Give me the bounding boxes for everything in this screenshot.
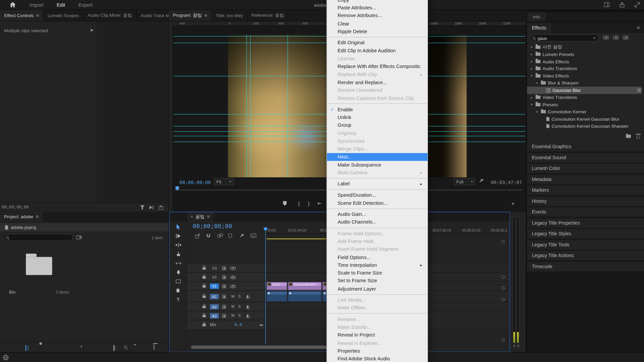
solo-left-button[interactable]: S — [514, 344, 516, 348]
tab-effect-controls[interactable]: Effect Controls≡ — [0, 10, 44, 21]
menu-item-replace-with-after-effects-composition[interactable]: Replace With After Effects Composition — [327, 63, 428, 71]
menu-item-edit-clip-in-adobe-audition[interactable]: Edit Clip In Adobe Audition — [327, 47, 428, 55]
tab-info[interactable]: Info — [527, 12, 546, 21]
tab-effects[interactable]: Effects — [527, 23, 551, 33]
menu-item-set-to-frame-size[interactable]: Set to Frame Size — [327, 277, 428, 285]
show-keyframes-toggle-icon[interactable]: ▶ — [91, 28, 94, 32]
tree-chevron-icon[interactable]: ▸ — [530, 45, 534, 49]
chevron-down-icon[interactable]: ▾ — [80, 345, 82, 349]
tab-project-adobe[interactable]: Project: adobe ≡ — [0, 212, 43, 222]
menu-item-audio-channels[interactable]: Audio Channels... — [327, 218, 428, 226]
clear-search-icon[interactable]: × — [593, 35, 596, 40]
yuv-effects-filter-icon[interactable] — [623, 36, 629, 40]
video-clip-gh01[interactable]: GH01 — [267, 282, 287, 290]
panel-tab-legacy-title-actions[interactable]: Legacy Title Actions — [527, 251, 644, 260]
tab-reference-꿀팁[interactable]: Reference: 꿀팁 — [248, 10, 288, 21]
menu-item-edit-original[interactable]: Edit Original — [327, 39, 428, 47]
tree-chevron-icon[interactable]: ▾ — [535, 81, 539, 85]
menu-item-enable[interactable]: ✓Enable — [327, 106, 428, 114]
panel-menu-icon[interactable]: ≡ — [637, 24, 640, 31]
new-custom-bin-icon[interactable] — [626, 135, 631, 138]
tree-chevron-icon[interactable]: ▸ — [530, 96, 534, 99]
tab-title-no-title[interactable]: Title: (no title) — [212, 10, 248, 21]
playback-resolution-select[interactable]: Full▾ — [454, 178, 475, 185]
panel-tab-metadata[interactable]: Metadata — [527, 175, 644, 184]
panel-tab-legacy-title-tools[interactable]: Legacy Title Tools — [527, 240, 644, 249]
panel-tab-history[interactable]: History — [527, 196, 644, 206]
panel-tab-essential-sound[interactable]: Essential Sound — [527, 153, 644, 162]
quick-export-icon[interactable] — [620, 2, 625, 7]
globe-icon[interactable] — [3, 355, 9, 360]
effects-tree-item-gaussian-blur[interactable]: Gaussian Blur — [527, 86, 642, 94]
effects-search-input[interactable] — [530, 35, 599, 42]
scrollbar-handle[interactable] — [501, 298, 505, 301]
menu-item-adjustment-layer[interactable]: Adjustment Layer — [327, 285, 428, 293]
project-search-input[interactable] — [3, 234, 73, 241]
tree-chevron-icon[interactable]: ▾ — [530, 103, 534, 106]
menu-item-time-interpolation[interactable]: Time Interpolation▸ — [327, 261, 428, 269]
panel-tab-timecode[interactable]: Timecode — [527, 262, 644, 271]
tree-chevron-icon[interactable]: ▸ — [530, 60, 534, 63]
go-to-in-icon[interactable]: ⇤ — [318, 201, 322, 206]
menu-item-ripple-delete[interactable]: Ripple Delete — [327, 27, 428, 36]
panel-menu-icon[interactable]: ≡ — [204, 12, 207, 18]
menu-item-make-subsequence[interactable]: Make Subsequence — [327, 161, 428, 169]
effects-tree-item-사전-설정[interactable]: ▸사전 설정 — [527, 44, 642, 51]
menu-item-group[interactable]: Group — [327, 121, 428, 129]
play-around-icon[interactable] — [149, 205, 153, 209]
filter-properties-icon[interactable] — [140, 205, 145, 209]
effects-tree-item-video-transitions[interactable]: ▸Video Transitions — [527, 94, 642, 101]
delete-custom-item-icon[interactable] — [637, 135, 640, 139]
mark-out-icon[interactable]: } — [308, 201, 310, 206]
scrollbar-handle[interactable] — [501, 276, 505, 279]
effects-tree-item-presets[interactable]: ▾Presets — [527, 101, 642, 108]
panel-menu-icon[interactable]: ≡ — [36, 12, 39, 18]
menu-item-label[interactable]: Label▸ — [327, 180, 428, 188]
menu-item-clear[interactable]: Clear — [327, 20, 428, 28]
tree-chevron-icon[interactable]: ▸ — [530, 52, 534, 56]
scrollbar-handle[interactable] — [501, 339, 505, 342]
menu-item-properties[interactable]: Properties — [327, 347, 428, 355]
search-bin-icon[interactable] — [76, 235, 83, 239]
tree-chevron-icon[interactable]: ▾ — [535, 110, 539, 114]
accelerated-effects-filter-icon[interactable] — [603, 36, 609, 40]
export-frame-icon[interactable] — [159, 205, 164, 209]
panel-tab-legacy-title-properties[interactable]: Legacy Title Properties — [527, 218, 644, 228]
scrollbar-handle[interactable] — [501, 287, 505, 290]
scrollbar-handle[interactable] — [501, 240, 505, 243]
menu-item-scale-to-frame-size[interactable]: Scale to Frame Size — [327, 269, 428, 277]
effects-tree-item-convolution-kernel-gaussian-blur[interactable]: Convolution Kernel Gaussian Blur — [527, 115, 642, 122]
menu-item-unlink[interactable]: Unlink — [327, 113, 428, 121]
effects-tree-item-audio-transitions[interactable]: ▸Audio Transitions — [527, 65, 642, 72]
icon-view-icon[interactable] — [25, 346, 26, 351]
panel-tab-markers[interactable]: Markers — [527, 185, 644, 195]
tab-audio-clip-mixer-꿀팁[interactable]: Audio Clip Mixer: 꿀팁 — [84, 10, 137, 21]
delete-icon[interactable] — [154, 344, 154, 349]
video-clip-gh010258-mp4[interactable]: GH010258.MP4 — [288, 282, 321, 290]
solo-right-button[interactable]: S — [517, 344, 520, 348]
tab-program-꿀팁[interactable]: Program: 꿀팁≡ — [169, 10, 212, 21]
button-editor-plus-icon[interactable]: + — [511, 201, 515, 206]
menu-item-paste-attributes[interactable]: Paste Attributes... — [327, 4, 428, 12]
tree-chevron-icon[interactable]: ▾ — [530, 74, 534, 78]
menu-item-audio-gain[interactable]: Audio Gain... — [327, 210, 428, 218]
menu-item-find-adobe-stock-audio[interactable]: Find Adobe Stock Audio — [327, 355, 428, 362]
effects-tree-item-audio-effects[interactable]: ▸Audio Effects — [527, 58, 642, 65]
menu-item-render-and-replace[interactable]: Render and Replace... — [327, 78, 428, 86]
tab-lumetri-scopes[interactable]: Lumetri Scopes — [44, 10, 84, 21]
panel-tab-lumetri-color[interactable]: Lumetri Color — [527, 164, 644, 173]
bin-thumbnail[interactable] — [16, 249, 62, 282]
menu-item-nest[interactable]: Nest... — [327, 153, 428, 161]
workspaces-icon[interactable] — [604, 2, 609, 7]
bin-name[interactable]: Bin — [9, 289, 15, 294]
effects-tree-item-video-effects[interactable]: ▾Video Effects — [527, 72, 642, 79]
panel-tab-events[interactable]: Events — [527, 207, 644, 217]
audio-clip-1[interactable] — [267, 291, 287, 302]
menu-item-field-options[interactable]: Field Options... — [327, 253, 428, 261]
menu-item-speed-duration[interactable]: Speed/Duration... — [327, 191, 428, 199]
panel-menu-icon[interactable]: ≡ — [36, 214, 39, 220]
find-icon[interactable] — [124, 346, 127, 349]
panel-tab-legacy-title-styles[interactable]: Legacy Title Styles — [527, 229, 644, 238]
add-marker-icon[interactable] — [283, 201, 287, 205]
fullscreen-icon[interactable] — [635, 2, 640, 7]
